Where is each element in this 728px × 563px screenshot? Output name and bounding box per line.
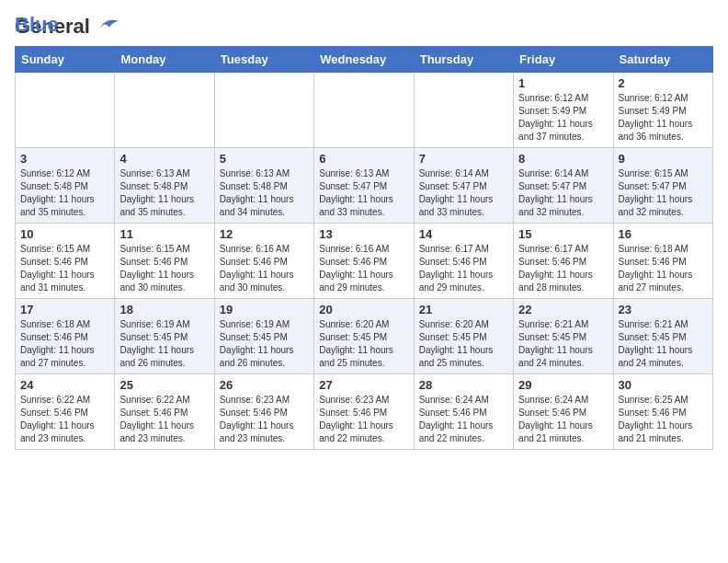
cell-text: Sunrise: 6:14 AM bbox=[419, 167, 508, 180]
calendar-cell: 8Sunrise: 6:14 AMSunset: 5:47 PMDaylight… bbox=[514, 148, 613, 224]
cell-text: Sunset: 5:47 PM bbox=[319, 180, 408, 193]
cell-text: Sunrise: 6:17 AM bbox=[419, 243, 508, 256]
day-number: 9 bbox=[619, 152, 708, 166]
cell-text: Sunset: 5:45 PM bbox=[419, 331, 508, 344]
cell-text: and 23 minutes. bbox=[20, 432, 109, 445]
day-number: 10 bbox=[20, 227, 109, 241]
cell-text: and 29 minutes. bbox=[419, 282, 508, 294]
cell-text: Sunrise: 6:13 AM bbox=[220, 167, 309, 180]
cell-text: Daylight: 11 hours bbox=[619, 269, 708, 282]
cell-text: Sunrise: 6:24 AM bbox=[518, 394, 608, 407]
cell-text: Sunset: 5:46 PM bbox=[619, 407, 708, 419]
cell-text: Sunset: 5:46 PM bbox=[20, 331, 109, 344]
cell-text: Sunrise: 6:20 AM bbox=[319, 318, 408, 331]
cell-text: and 24 minutes. bbox=[518, 357, 608, 370]
cell-text: Sunset: 5:46 PM bbox=[20, 407, 109, 419]
cell-text: and 23 minutes. bbox=[220, 432, 309, 445]
cell-text: Sunset: 5:46 PM bbox=[419, 256, 508, 269]
day-number: 21 bbox=[419, 303, 508, 316]
cell-text: Daylight: 11 hours bbox=[220, 269, 309, 282]
calendar-cell bbox=[414, 73, 513, 148]
calendar-week-3: 10Sunrise: 6:15 AMSunset: 5:46 PMDayligh… bbox=[16, 224, 713, 299]
cell-text: Sunset: 5:47 PM bbox=[619, 180, 708, 193]
calendar-cell: 22Sunrise: 6:21 AMSunset: 5:45 PMDayligh… bbox=[514, 299, 613, 374]
calendar-cell: 30Sunrise: 6:25 AMSunset: 5:46 PMDayligh… bbox=[613, 374, 712, 450]
cell-text: Sunrise: 6:20 AM bbox=[419, 318, 508, 331]
cell-text: Sunrise: 6:12 AM bbox=[619, 92, 708, 105]
cell-text: Sunset: 5:46 PM bbox=[20, 256, 109, 269]
day-number: 4 bbox=[119, 152, 209, 166]
cell-text: Daylight: 11 hours bbox=[119, 419, 209, 432]
cell-text: Sunset: 5:48 PM bbox=[119, 180, 209, 193]
calendar-cell bbox=[214, 73, 313, 148]
calendar-week-1: 1Sunrise: 6:12 AMSunset: 5:49 PMDaylight… bbox=[16, 73, 713, 148]
cell-text: Daylight: 11 hours bbox=[619, 193, 708, 206]
calendar-cell: 5Sunrise: 6:13 AMSunset: 5:48 PMDaylight… bbox=[214, 148, 313, 224]
calendar-cell: 14Sunrise: 6:17 AMSunset: 5:46 PMDayligh… bbox=[414, 224, 513, 299]
day-number: 1 bbox=[518, 76, 608, 90]
cell-text: Sunset: 5:45 PM bbox=[119, 331, 209, 344]
cell-text: and 34 minutes. bbox=[220, 206, 309, 219]
calendar-week-4: 17Sunrise: 6:18 AMSunset: 5:46 PMDayligh… bbox=[16, 299, 713, 374]
cell-text: and 23 minutes. bbox=[119, 432, 209, 445]
calendar-cell: 6Sunrise: 6:13 AMSunset: 5:47 PMDaylight… bbox=[314, 148, 414, 224]
cell-text: Sunset: 5:45 PM bbox=[319, 331, 408, 344]
cell-text: and 30 minutes. bbox=[119, 282, 209, 294]
calendar-week-5: 24Sunrise: 6:22 AMSunset: 5:46 PMDayligh… bbox=[16, 374, 713, 450]
cell-text: and 21 minutes. bbox=[518, 432, 608, 445]
calendar-cell: 29Sunrise: 6:24 AMSunset: 5:46 PMDayligh… bbox=[514, 374, 613, 450]
day-number: 2 bbox=[619, 76, 708, 90]
day-number: 17 bbox=[20, 303, 109, 316]
cell-text: Daylight: 11 hours bbox=[419, 344, 508, 357]
header-monday: Monday bbox=[115, 47, 214, 73]
cell-text: Sunset: 5:47 PM bbox=[419, 180, 508, 193]
cell-text: Sunset: 5:46 PM bbox=[419, 407, 508, 419]
cell-text: Sunrise: 6:12 AM bbox=[20, 167, 109, 180]
cell-text: Daylight: 11 hours bbox=[518, 344, 608, 357]
day-number: 8 bbox=[518, 152, 608, 166]
logo: General Blue bbox=[15, 15, 119, 37]
cell-text: Daylight: 11 hours bbox=[119, 344, 209, 357]
day-number: 26 bbox=[220, 378, 309, 392]
calendar-cell: 17Sunrise: 6:18 AMSunset: 5:46 PMDayligh… bbox=[16, 299, 115, 374]
cell-text: Sunrise: 6:21 AM bbox=[619, 318, 708, 331]
cell-text: and 27 minutes. bbox=[619, 282, 708, 294]
cell-text: Daylight: 11 hours bbox=[518, 269, 608, 282]
calendar-cell: 28Sunrise: 6:24 AMSunset: 5:46 PMDayligh… bbox=[414, 374, 513, 450]
cell-text: Sunrise: 6:22 AM bbox=[20, 394, 109, 407]
calendar-cell: 11Sunrise: 6:15 AMSunset: 5:46 PMDayligh… bbox=[115, 224, 214, 299]
cell-text: Sunrise: 6:17 AM bbox=[518, 243, 608, 256]
cell-text: Sunrise: 6:12 AM bbox=[518, 92, 608, 105]
cell-text: Sunset: 5:46 PM bbox=[119, 407, 209, 419]
calendar-cell bbox=[314, 73, 414, 148]
cell-text: Daylight: 11 hours bbox=[20, 344, 109, 357]
cell-text: Daylight: 11 hours bbox=[319, 269, 408, 282]
cell-text: Sunrise: 6:14 AM bbox=[518, 167, 608, 180]
cell-text: Sunrise: 6:22 AM bbox=[119, 394, 209, 407]
cell-text: Daylight: 11 hours bbox=[119, 193, 209, 206]
calendar-cell: 13Sunrise: 6:16 AMSunset: 5:46 PMDayligh… bbox=[314, 224, 414, 299]
cell-text: Daylight: 11 hours bbox=[319, 344, 408, 357]
cell-text: and 36 minutes. bbox=[619, 131, 708, 144]
cell-text: Sunrise: 6:25 AM bbox=[619, 394, 708, 407]
day-number: 30 bbox=[619, 378, 708, 392]
cell-text: Daylight: 11 hours bbox=[419, 419, 508, 432]
calendar-cell: 1Sunrise: 6:12 AMSunset: 5:49 PMDaylight… bbox=[514, 73, 613, 148]
cell-text: Daylight: 11 hours bbox=[220, 193, 309, 206]
calendar-cell: 12Sunrise: 6:16 AMSunset: 5:46 PMDayligh… bbox=[214, 224, 313, 299]
cell-text: Daylight: 11 hours bbox=[20, 193, 109, 206]
cell-text: Daylight: 11 hours bbox=[220, 344, 309, 357]
cell-text: Sunrise: 6:23 AM bbox=[319, 394, 408, 407]
cell-text: Sunset: 5:46 PM bbox=[220, 256, 309, 269]
calendar-cell: 26Sunrise: 6:23 AMSunset: 5:46 PMDayligh… bbox=[214, 374, 313, 450]
cell-text: and 22 minutes. bbox=[419, 432, 508, 445]
calendar-cell: 16Sunrise: 6:18 AMSunset: 5:46 PMDayligh… bbox=[613, 224, 712, 299]
calendar-cell: 25Sunrise: 6:22 AMSunset: 5:46 PMDayligh… bbox=[115, 374, 214, 450]
calendar-cell: 3Sunrise: 6:12 AMSunset: 5:48 PMDaylight… bbox=[16, 148, 115, 224]
cell-text: Daylight: 11 hours bbox=[319, 193, 408, 206]
cell-text: Sunrise: 6:19 AM bbox=[119, 318, 209, 331]
calendar-week-2: 3Sunrise: 6:12 AMSunset: 5:48 PMDaylight… bbox=[16, 148, 713, 224]
cell-text: and 24 minutes. bbox=[619, 357, 708, 370]
cell-text: Daylight: 11 hours bbox=[319, 419, 408, 432]
calendar-cell: 18Sunrise: 6:19 AMSunset: 5:45 PMDayligh… bbox=[115, 299, 214, 374]
